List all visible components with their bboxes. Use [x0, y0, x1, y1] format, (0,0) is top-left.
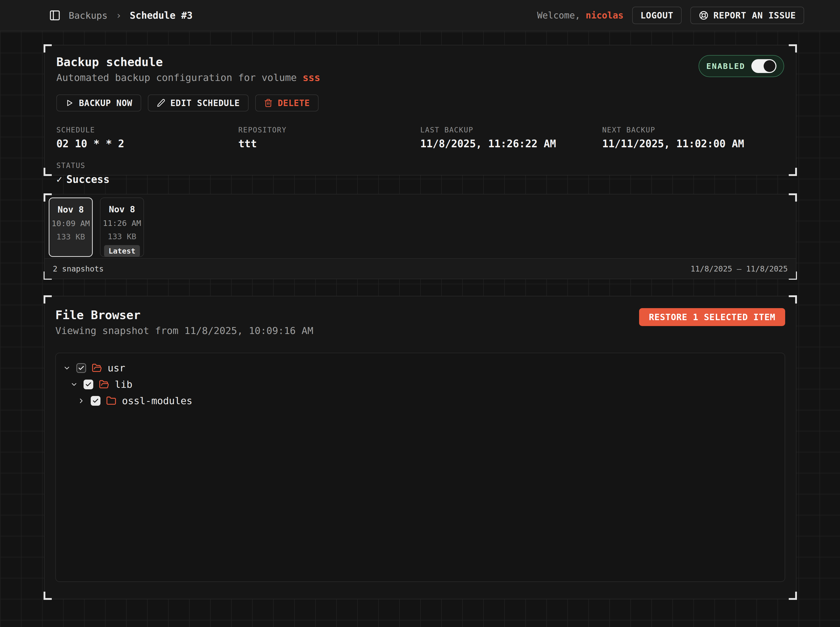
backup-now-button[interactable]: BACKUP NOW: [56, 95, 141, 112]
field-repository-label: REPOSITORY: [238, 126, 420, 134]
lifebuoy-icon: [699, 10, 709, 20]
snapshot-time: 11:26 AM: [101, 219, 144, 228]
tree-label-lib: lib: [115, 379, 133, 390]
top-bar: Backups › Schedule #3 Welcome, nicolas L…: [0, 0, 840, 31]
restore-button[interactable]: RESTORE 1 SELECTED ITEM: [639, 308, 785, 326]
tree-row-lib[interactable]: lib: [63, 376, 777, 393]
field-last-backup-label: LAST BACKUP: [420, 126, 602, 134]
edit-schedule-button[interactable]: EDIT SCHEDULE: [148, 95, 249, 112]
logout-button-label: LOGOUT: [640, 10, 673, 20]
folder-closed-icon: [106, 396, 116, 406]
status-text: Success: [66, 173, 110, 185]
field-schedule-label: SCHEDULE: [56, 126, 238, 134]
field-next-backup: NEXT BACKUP 11/11/2025, 11:02:00 AM: [602, 126, 784, 150]
snapshot-card-selected[interactable]: Nov 8 10:09 AM 133 KB: [49, 197, 93, 257]
username: nicolas: [586, 10, 624, 20]
field-next-backup-label: NEXT BACKUP: [602, 126, 784, 134]
chevron-right-icon[interactable]: [77, 397, 85, 405]
logout-button[interactable]: LOGOUT: [632, 7, 682, 24]
snapshot-card-latest[interactable]: Nov 8 11:26 AM 133 KB Latest: [100, 197, 144, 257]
backup-now-label: BACKUP NOW: [79, 98, 133, 108]
report-issue-label: REPORT AN ISSUE: [714, 10, 796, 20]
schedule-card-subtitle: Automated backup configuration for volum…: [56, 72, 321, 83]
checkbox-lib[interactable]: [84, 380, 93, 389]
snapshot-date-range: 11/8/2025 – 11/8/2025: [691, 264, 788, 273]
tree-row-usr[interactable]: usr: [63, 360, 777, 376]
file-browser-card: File Browser Viewing snapshot from 11/8/…: [44, 296, 796, 599]
check-icon: ✓: [56, 174, 62, 185]
panel-left-icon: [49, 9, 61, 21]
snapshot-size: 133 KB: [49, 232, 92, 241]
snapshot-footer: 2 snapshots 11/8/2025 – 11/8/2025: [44, 258, 796, 279]
chevron-down-icon[interactable]: [70, 381, 78, 388]
breadcrumb-parent[interactable]: Backups: [69, 10, 107, 21]
restore-button-label: RESTORE 1 SELECTED ITEM: [649, 312, 775, 322]
page-background: Backup schedule Automated backup configu…: [0, 31, 840, 627]
edit-schedule-label: EDIT SCHEDULE: [171, 98, 240, 108]
file-browser-subtitle: Viewing snapshot from 11/8/2025, 10:09:1…: [55, 325, 313, 336]
tree-row-ossl-modules[interactable]: ossl-modules: [63, 393, 777, 409]
field-last-backup: LAST BACKUP 11/8/2025, 11:26:22 AM: [420, 126, 602, 150]
snapshot-date: Nov 8: [49, 205, 92, 215]
folder-open-icon: [92, 363, 102, 373]
toggle-knob: [764, 60, 775, 72]
snapshot-timeline: Nov 8 10:09 AM 133 KB Nov 8 11:26 AM 133…: [44, 194, 796, 279]
delete-label: DELETE: [278, 98, 310, 108]
snapshot-date: Nov 8: [101, 204, 144, 214]
checkbox-ossl-modules[interactable]: [91, 396, 101, 406]
schedule-card-title: Backup schedule: [56, 55, 321, 69]
status-label: STATUS: [56, 161, 784, 170]
toggle-switch[interactable]: [752, 59, 777, 73]
file-tree: usr lib: [55, 353, 785, 582]
field-repository: REPOSITORY ttt: [238, 126, 420, 150]
checkbox-usr[interactable]: [76, 363, 86, 373]
backup-schedule-card: Backup schedule Automated backup configu…: [44, 45, 796, 175]
breadcrumb-current: Schedule #3: [130, 10, 193, 21]
delete-button[interactable]: DELETE: [255, 95, 319, 112]
play-icon: [65, 99, 74, 107]
welcome-text: Welcome, nicolas: [537, 10, 624, 20]
file-browser-title: File Browser: [55, 308, 313, 322]
folder-open-icon: [99, 379, 109, 389]
report-issue-button[interactable]: REPORT AN ISSUE: [690, 7, 804, 24]
field-schedule-value: 02 10 * * 2: [56, 138, 238, 150]
pencil-icon: [156, 99, 165, 107]
breadcrumb-separator: ›: [116, 10, 122, 21]
field-repository-value: ttt: [238, 138, 420, 150]
snapshot-size: 133 KB: [101, 232, 144, 241]
tree-label-usr: usr: [107, 362, 125, 374]
field-last-backup-value: 11/8/2025, 11:26:22 AM: [420, 138, 602, 150]
sidebar-toggle-button[interactable]: [49, 9, 61, 22]
enabled-toggle[interactable]: ENABLED: [699, 55, 784, 77]
volume-name: sss: [303, 72, 321, 83]
field-schedule: SCHEDULE 02 10 * * 2: [56, 126, 238, 150]
status-field: STATUS ✓ Success: [56, 161, 784, 185]
chevron-down-icon[interactable]: [63, 364, 71, 372]
tree-label-ossl-modules: ossl-modules: [122, 395, 193, 406]
field-next-backup-value: 11/11/2025, 11:02:00 AM: [602, 138, 784, 150]
latest-badge: Latest: [104, 245, 140, 257]
trash-icon: [264, 99, 273, 107]
snapshot-count: 2 snapshots: [53, 264, 104, 273]
enabled-toggle-label: ENABLED: [706, 61, 745, 71]
snapshot-time: 10:09 AM: [49, 219, 92, 228]
